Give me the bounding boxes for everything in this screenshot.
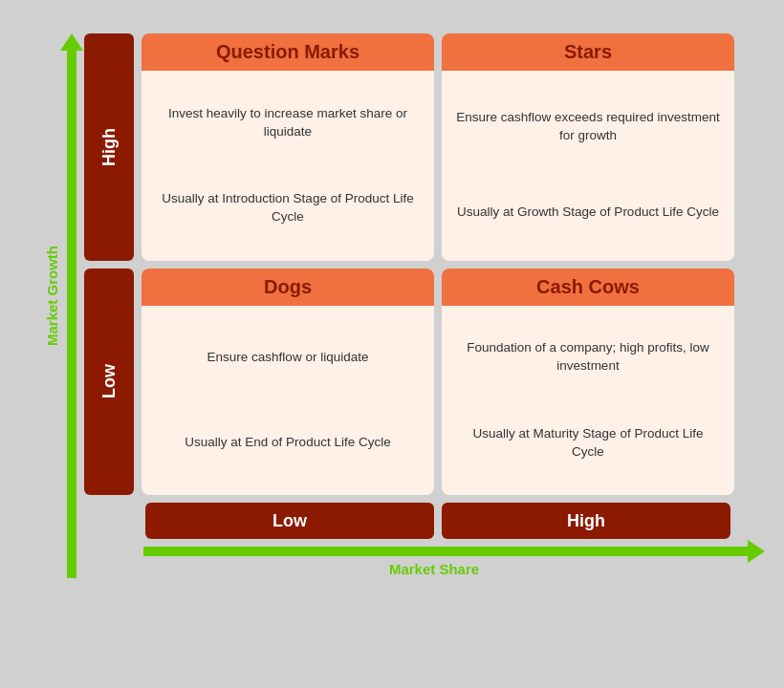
- high-label-text: High: [99, 128, 120, 166]
- dogs-line2: Usually at End of Product Life Cycle: [155, 434, 421, 452]
- dogs-title: Dogs: [264, 276, 312, 297]
- low-share-text: Low: [272, 511, 307, 531]
- question-marks-line1: Invest heavily to increase market share …: [155, 105, 421, 141]
- question-marks-cell: Question Marks Invest heavily to increas…: [142, 33, 434, 261]
- low-row-label: Low: [84, 269, 134, 496]
- cash-cows-line1: Foundation of a company; high profits, l…: [455, 339, 721, 376]
- cash-cows-cell: Cash Cows Foundation of a company; high …: [442, 269, 734, 496]
- bottom-labels: Low High: [84, 503, 734, 539]
- question-marks-title: Question Marks: [216, 41, 359, 62]
- low-cells: Dogs Ensure cashflow or liquidate Usuall…: [142, 269, 734, 504]
- x-axis-label-container: Market Share: [84, 561, 734, 578]
- cash-cows-body: Foundation of a company; high profits, l…: [442, 306, 734, 496]
- high-row: High Question Marks Invest heavily to in…: [84, 33, 734, 269]
- stars-line1: Ensure cashflow exceeds required investm…: [455, 109, 721, 145]
- low-share-label: Low: [145, 503, 434, 539]
- stars-title: Stars: [564, 41, 612, 62]
- rows-container: High Question Marks Invest heavily to in…: [84, 33, 734, 503]
- cash-cows-line2: Usually at Maturity Stage of Product Lif…: [455, 425, 721, 462]
- dogs-cell: Dogs Ensure cashflow or liquidate Usuall…: [142, 269, 434, 496]
- bcg-matrix: Market Growth High Question Marks: [38, 24, 746, 664]
- question-marks-header: Question Marks: [142, 33, 434, 71]
- x-axis-arrow: [143, 543, 765, 560]
- high-share-text: High: [567, 511, 605, 531]
- grid-area: High Question Marks Invest heavily to in…: [84, 33, 734, 578]
- stars-header: Stars: [442, 33, 734, 71]
- y-axis-arrow: [63, 33, 80, 583]
- low-label-text: Low: [99, 364, 120, 398]
- x-axis-container: [84, 543, 734, 561]
- dogs-line1: Ensure cashflow or liquidate: [155, 349, 421, 367]
- dogs-body: Ensure cashflow or liquidate Usually at …: [142, 306, 434, 496]
- dogs-header: Dogs: [142, 269, 434, 306]
- question-marks-body: Invest heavily to increase market share …: [142, 71, 434, 261]
- low-row: Low Dogs Ensure cashflow or liquidate Us…: [84, 269, 734, 504]
- y-axis-text: Market Growth: [44, 246, 60, 346]
- stars-line2: Usually at Growth Stage of Product Life …: [455, 204, 721, 222]
- stars-cell: Stars Ensure cashflow exceeds required i…: [442, 33, 734, 261]
- high-cells: Question Marks Invest heavily to increas…: [142, 33, 734, 269]
- cash-cows-title: Cash Cows: [536, 276, 640, 297]
- y-axis-label: Market Growth: [38, 24, 65, 569]
- question-marks-line2: Usually at Introduction Stage of Product…: [155, 190, 421, 226]
- stars-body: Ensure cashflow exceeds required investm…: [442, 71, 734, 261]
- x-axis-label: Market Share: [389, 561, 479, 577]
- cash-cows-header: Cash Cows: [442, 269, 734, 306]
- high-share-label: High: [442, 503, 730, 539]
- high-row-label: High: [84, 33, 134, 261]
